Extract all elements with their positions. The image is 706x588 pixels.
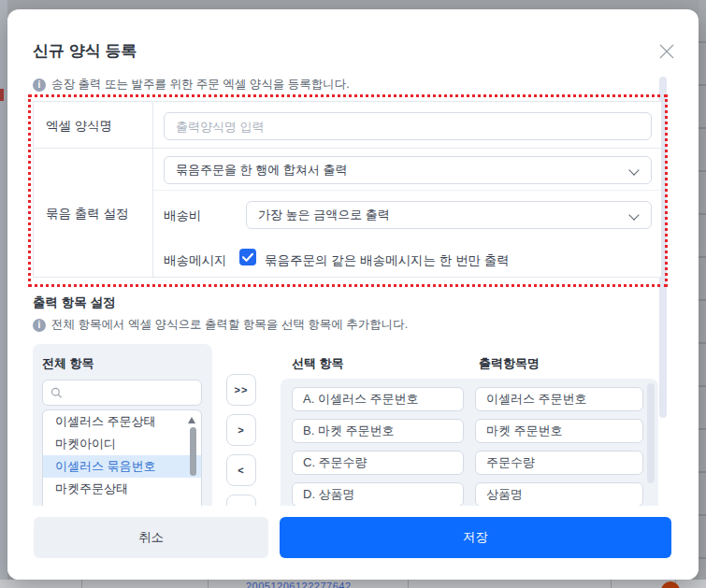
excel-format-name-label: 엑셀 양식명 [46, 118, 112, 135]
modal-title: 신규 양식 등록 [33, 40, 137, 62]
modal-info-text: 송장 출력 또는 발주를 위한 주문 엑셀 양식을 등록합니다. [51, 77, 350, 93]
selected-item[interactable]: C. 주문수량 [292, 451, 464, 475]
output-name-field-wrap [475, 451, 643, 475]
all-items-title: 전체 항목 [42, 355, 94, 372]
bundle-output-settings-label: 묶음 출력 설정 [46, 206, 129, 222]
all-items-search-input[interactable] [67, 386, 194, 399]
move-all-right-button[interactable]: >> [226, 374, 256, 406]
output-name-field-wrap [475, 482, 643, 507]
table-row-separator [34, 148, 661, 149]
dimmed-page-right [699, 0, 706, 588]
all-items-panel: 전체 항목 이셀러스 주문상태 마켓아이디 이셀러스 묶음번호 마켓주문상태 [33, 344, 212, 519]
check-icon [239, 249, 256, 265]
selected-item[interactable]: A. 이셀러스 주문번호 [292, 387, 464, 411]
selected-item[interactable]: B. 마켓 주문번호 [292, 419, 464, 443]
excel-format-name-input[interactable] [176, 120, 640, 134]
bg-table-line [81, 580, 82, 588]
all-items-search[interactable] [42, 380, 202, 406]
list-scrollbar-thumb[interactable] [190, 427, 196, 476]
output-name-input[interactable] [486, 456, 632, 470]
output-name-field-wrap [475, 387, 643, 411]
move-right-button[interactable]: > [226, 414, 256, 446]
dimmed-red-element [0, 89, 4, 101]
modal-info-row: i 송장 출력 또는 발주를 위한 주문 엑셀 양식을 등록합니다. [33, 77, 350, 93]
selected-item[interactable]: D. 상품명 [292, 482, 464, 507]
info-icon: i [33, 319, 46, 332]
bg-table-line [208, 580, 209, 588]
panel-scrollbar-thumb[interactable] [647, 383, 655, 483]
excel-format-name-field-wrap [164, 112, 652, 140]
format-settings-table: 엑셀 양식명 묶음 출력 설정 묶음주문을 한 행에 합쳐서 출력 배송비 가장… [33, 101, 662, 278]
shipping-fee-dropdown-value: 가장 높은 금액으로 출력 [258, 207, 390, 223]
screen: 20051206122277642 신규 양식 등록 i 송장 출력 또는 발주… [0, 0, 706, 588]
list-item[interactable]: 마켓아이디 [43, 433, 201, 455]
delivery-message-label: 배송메시지 [164, 252, 227, 269]
bg-table-line [408, 580, 409, 588]
table-subrow-separator [153, 190, 661, 191]
close-icon[interactable] [656, 41, 677, 62]
search-icon [50, 386, 62, 399]
delivery-message-checkbox-label: 묶음주문의 같은 배송메시지는 한 번만 출력 [265, 252, 510, 269]
dimmed-page-bottom [0, 580, 706, 588]
delivery-message-checkbox[interactable] [239, 249, 256, 265]
output-name-input[interactable] [486, 393, 632, 407]
new-format-modal: 신규 양식 등록 i 송장 출력 또는 발주를 위한 주문 엑셀 양식을 등록합… [7, 9, 699, 580]
save-button[interactable]: 저장 [280, 517, 671, 558]
shipping-fee-dropdown[interactable]: 가장 높은 금액으로 출력 [246, 201, 652, 229]
bg-order-number-link: 20051206122277642 [246, 581, 352, 588]
bg-table-line [611, 580, 612, 588]
info-icon: i [33, 79, 46, 92]
shipping-fee-label: 배송비 [164, 208, 202, 224]
selected-items-title: 선택 항목 [292, 355, 344, 372]
output-name-input[interactable] [486, 488, 632, 502]
scroll-up-icon[interactable] [188, 417, 195, 423]
output-name-field-wrap [475, 419, 643, 443]
all-items-list: 이셀러스 주문상태 마켓아이디 이셀러스 묶음번호 마켓주문상태 [42, 409, 202, 519]
output-name-input[interactable] [486, 424, 632, 438]
move-left-button[interactable]: < [226, 454, 256, 486]
output-items-info-row: i 전체 항목에서 엑셀 양식으로 출력할 항목을 선택 항목에 추가합니다. [33, 317, 408, 333]
output-name-title: 출력항목명 [479, 355, 540, 372]
modal-footer: 취소 저장 [7, 506, 699, 580]
cancel-button[interactable]: 취소 [34, 517, 268, 558]
chevron-down-icon [628, 165, 639, 175]
output-items-info-text: 전체 항목에서 엑셀 양식으로 출력할 항목을 선택 항목에 추가합니다. [51, 317, 408, 333]
bundle-merge-dropdown[interactable]: 묶음주문을 한 행에 합쳐서 출력 [164, 156, 652, 184]
list-item[interactable]: 이셀러스 주문상태 [43, 410, 201, 433]
chevron-down-icon [628, 209, 639, 220]
list-item-selected[interactable]: 이셀러스 묶음번호 [43, 455, 201, 478]
list-item[interactable]: 마켓주문상태 [43, 478, 201, 500]
output-items-heading: 출력 항목 설정 [33, 294, 116, 311]
bundle-merge-dropdown-value: 묶음주문을 한 행에 합쳐서 출력 [176, 162, 347, 179]
